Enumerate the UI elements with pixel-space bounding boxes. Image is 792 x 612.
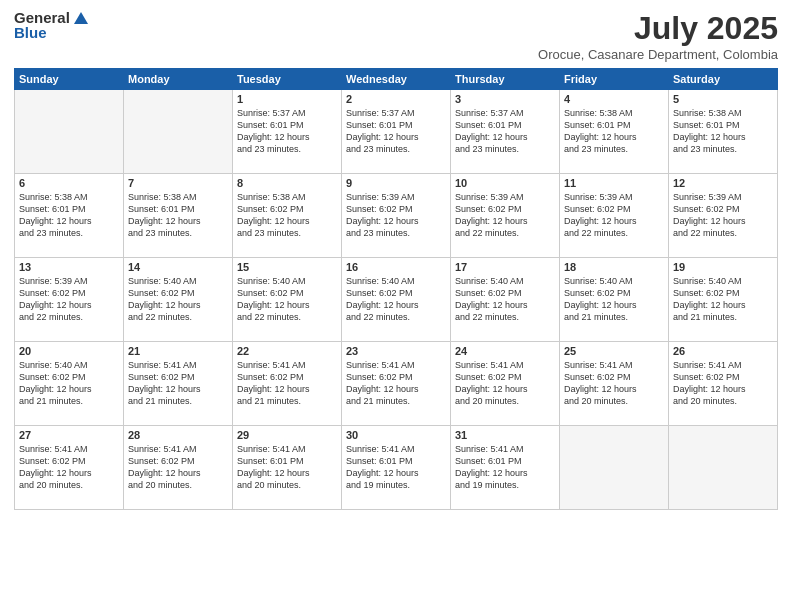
header: General Blue July 2025 Orocue, Casanare … (14, 10, 778, 62)
day-info: Sunrise: 5:39 AM Sunset: 6:02 PM Dayligh… (673, 191, 773, 240)
svg-marker-0 (74, 12, 88, 24)
calendar-table: SundayMondayTuesdayWednesdayThursdayFrid… (14, 68, 778, 510)
day-info: Sunrise: 5:41 AM Sunset: 6:01 PM Dayligh… (237, 443, 337, 492)
title-block: July 2025 Orocue, Casanare Department, C… (538, 10, 778, 62)
day-info: Sunrise: 5:37 AM Sunset: 6:01 PM Dayligh… (237, 107, 337, 156)
day-number: 18 (564, 261, 664, 273)
calendar-header-tuesday: Tuesday (233, 69, 342, 90)
day-number: 10 (455, 177, 555, 189)
day-number: 24 (455, 345, 555, 357)
day-info: Sunrise: 5:41 AM Sunset: 6:02 PM Dayligh… (564, 359, 664, 408)
month-title: July 2025 (538, 10, 778, 47)
page: General Blue July 2025 Orocue, Casanare … (0, 0, 792, 612)
day-info: Sunrise: 5:40 AM Sunset: 6:02 PM Dayligh… (346, 275, 446, 324)
calendar-cell: 20Sunrise: 5:40 AM Sunset: 6:02 PM Dayli… (15, 342, 124, 426)
day-number: 7 (128, 177, 228, 189)
day-number: 6 (19, 177, 119, 189)
day-info: Sunrise: 5:41 AM Sunset: 6:01 PM Dayligh… (346, 443, 446, 492)
day-number: 21 (128, 345, 228, 357)
day-number: 28 (128, 429, 228, 441)
day-info: Sunrise: 5:38 AM Sunset: 6:01 PM Dayligh… (19, 191, 119, 240)
day-info: Sunrise: 5:40 AM Sunset: 6:02 PM Dayligh… (128, 275, 228, 324)
calendar-header-saturday: Saturday (669, 69, 778, 90)
day-info: Sunrise: 5:39 AM Sunset: 6:02 PM Dayligh… (19, 275, 119, 324)
calendar-cell: 4Sunrise: 5:38 AM Sunset: 6:01 PM Daylig… (560, 90, 669, 174)
day-info: Sunrise: 5:38 AM Sunset: 6:02 PM Dayligh… (237, 191, 337, 240)
calendar-cell (15, 90, 124, 174)
day-number: 12 (673, 177, 773, 189)
calendar-header-row: SundayMondayTuesdayWednesdayThursdayFrid… (15, 69, 778, 90)
day-info: Sunrise: 5:41 AM Sunset: 6:02 PM Dayligh… (128, 443, 228, 492)
day-number: 9 (346, 177, 446, 189)
day-info: Sunrise: 5:40 AM Sunset: 6:02 PM Dayligh… (564, 275, 664, 324)
calendar-cell: 31Sunrise: 5:41 AM Sunset: 6:01 PM Dayli… (451, 426, 560, 510)
calendar-cell: 25Sunrise: 5:41 AM Sunset: 6:02 PM Dayli… (560, 342, 669, 426)
calendar-cell: 6Sunrise: 5:38 AM Sunset: 6:01 PM Daylig… (15, 174, 124, 258)
day-info: Sunrise: 5:41 AM Sunset: 6:02 PM Dayligh… (346, 359, 446, 408)
day-number: 29 (237, 429, 337, 441)
day-info: Sunrise: 5:41 AM Sunset: 6:02 PM Dayligh… (673, 359, 773, 408)
day-number: 15 (237, 261, 337, 273)
logo-text: General Blue (14, 10, 90, 41)
calendar-cell (560, 426, 669, 510)
calendar-cell: 10Sunrise: 5:39 AM Sunset: 6:02 PM Dayli… (451, 174, 560, 258)
day-number: 11 (564, 177, 664, 189)
day-info: Sunrise: 5:41 AM Sunset: 6:02 PM Dayligh… (128, 359, 228, 408)
day-info: Sunrise: 5:37 AM Sunset: 6:01 PM Dayligh… (455, 107, 555, 156)
day-number: 2 (346, 93, 446, 105)
day-number: 5 (673, 93, 773, 105)
calendar-cell: 8Sunrise: 5:38 AM Sunset: 6:02 PM Daylig… (233, 174, 342, 258)
day-info: Sunrise: 5:41 AM Sunset: 6:02 PM Dayligh… (455, 359, 555, 408)
calendar-cell: 19Sunrise: 5:40 AM Sunset: 6:02 PM Dayli… (669, 258, 778, 342)
calendar-cell: 5Sunrise: 5:38 AM Sunset: 6:01 PM Daylig… (669, 90, 778, 174)
day-number: 17 (455, 261, 555, 273)
logo: General Blue (14, 10, 90, 41)
calendar-cell: 15Sunrise: 5:40 AM Sunset: 6:02 PM Dayli… (233, 258, 342, 342)
calendar-cell: 24Sunrise: 5:41 AM Sunset: 6:02 PM Dayli… (451, 342, 560, 426)
day-info: Sunrise: 5:39 AM Sunset: 6:02 PM Dayligh… (346, 191, 446, 240)
calendar-cell: 2Sunrise: 5:37 AM Sunset: 6:01 PM Daylig… (342, 90, 451, 174)
day-info: Sunrise: 5:40 AM Sunset: 6:02 PM Dayligh… (673, 275, 773, 324)
calendar-cell: 22Sunrise: 5:41 AM Sunset: 6:02 PM Dayli… (233, 342, 342, 426)
day-info: Sunrise: 5:41 AM Sunset: 6:02 PM Dayligh… (19, 443, 119, 492)
calendar-cell: 23Sunrise: 5:41 AM Sunset: 6:02 PM Dayli… (342, 342, 451, 426)
calendar-cell: 7Sunrise: 5:38 AM Sunset: 6:01 PM Daylig… (124, 174, 233, 258)
calendar-cell: 16Sunrise: 5:40 AM Sunset: 6:02 PM Dayli… (342, 258, 451, 342)
calendar-header-wednesday: Wednesday (342, 69, 451, 90)
calendar-header-monday: Monday (124, 69, 233, 90)
day-info: Sunrise: 5:41 AM Sunset: 6:02 PM Dayligh… (237, 359, 337, 408)
day-number: 26 (673, 345, 773, 357)
day-number: 19 (673, 261, 773, 273)
calendar-cell: 29Sunrise: 5:41 AM Sunset: 6:01 PM Dayli… (233, 426, 342, 510)
logo-blue: Blue (14, 25, 90, 42)
calendar-cell: 9Sunrise: 5:39 AM Sunset: 6:02 PM Daylig… (342, 174, 451, 258)
calendar-cell: 30Sunrise: 5:41 AM Sunset: 6:01 PM Dayli… (342, 426, 451, 510)
calendar-cell: 13Sunrise: 5:39 AM Sunset: 6:02 PM Dayli… (15, 258, 124, 342)
calendar-cell: 12Sunrise: 5:39 AM Sunset: 6:02 PM Dayli… (669, 174, 778, 258)
calendar-cell: 17Sunrise: 5:40 AM Sunset: 6:02 PM Dayli… (451, 258, 560, 342)
calendar-cell: 14Sunrise: 5:40 AM Sunset: 6:02 PM Dayli… (124, 258, 233, 342)
calendar-header-sunday: Sunday (15, 69, 124, 90)
day-number: 27 (19, 429, 119, 441)
day-number: 20 (19, 345, 119, 357)
day-number: 1 (237, 93, 337, 105)
calendar-header-friday: Friday (560, 69, 669, 90)
day-number: 25 (564, 345, 664, 357)
calendar-cell: 26Sunrise: 5:41 AM Sunset: 6:02 PM Dayli… (669, 342, 778, 426)
day-number: 8 (237, 177, 337, 189)
day-info: Sunrise: 5:38 AM Sunset: 6:01 PM Dayligh… (564, 107, 664, 156)
day-number: 30 (346, 429, 446, 441)
calendar-cell: 11Sunrise: 5:39 AM Sunset: 6:02 PM Dayli… (560, 174, 669, 258)
day-number: 13 (19, 261, 119, 273)
calendar-cell (124, 90, 233, 174)
day-info: Sunrise: 5:40 AM Sunset: 6:02 PM Dayligh… (237, 275, 337, 324)
day-number: 16 (346, 261, 446, 273)
day-info: Sunrise: 5:40 AM Sunset: 6:02 PM Dayligh… (455, 275, 555, 324)
calendar-week-4: 20Sunrise: 5:40 AM Sunset: 6:02 PM Dayli… (15, 342, 778, 426)
calendar-week-1: 1Sunrise: 5:37 AM Sunset: 6:01 PM Daylig… (15, 90, 778, 174)
calendar-cell (669, 426, 778, 510)
calendar-week-2: 6Sunrise: 5:38 AM Sunset: 6:01 PM Daylig… (15, 174, 778, 258)
calendar-header-thursday: Thursday (451, 69, 560, 90)
calendar-cell: 1Sunrise: 5:37 AM Sunset: 6:01 PM Daylig… (233, 90, 342, 174)
day-number: 31 (455, 429, 555, 441)
